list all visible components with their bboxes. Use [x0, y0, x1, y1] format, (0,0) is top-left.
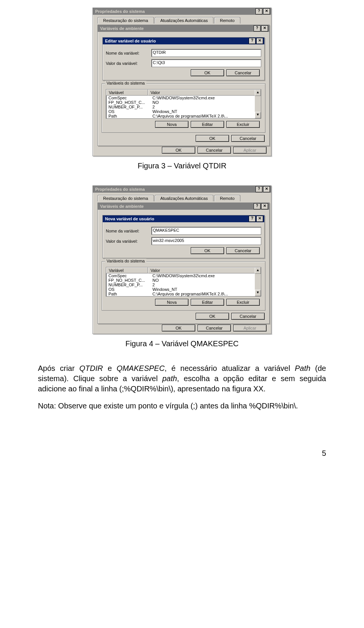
list-item: ComSpecC:\WINDOWS\system32\cmd.exe: [106, 273, 261, 278]
page-number: 5: [38, 449, 326, 458]
figure-3-caption: Figura 3 – Variável QTDIR: [38, 162, 326, 170]
list-item: PathC:\Arquivos de programas\MiKTeX 2.8\…: [106, 114, 261, 118]
cancel-button[interactable]: Cancelar: [198, 147, 231, 154]
env-variables-titlebar: Variáveis de ambiente ? ✕: [98, 203, 269, 210]
help-icon[interactable]: ?: [249, 38, 256, 44]
list-item: NUMBER_OF_P...2: [106, 283, 261, 287]
system-properties-titlebar: Propriedades do sistema ? ✕: [93, 186, 271, 193]
variable-name-label: Nome da variável:: [106, 51, 151, 55]
list-item: OSWindows_NT: [106, 109, 261, 114]
ok-button[interactable]: OK: [162, 325, 195, 331]
close-icon[interactable]: ✕: [256, 216, 263, 222]
ok-button[interactable]: OK: [196, 135, 229, 142]
cancel-button[interactable]: Cancelar: [231, 313, 265, 320]
vertical-scrollbar[interactable]: ▲ ▼: [255, 267, 261, 296]
list-item: FP_NO_HOST_C...NO: [106, 100, 261, 105]
column-header-value[interactable]: Valor: [148, 267, 261, 273]
tab-remote[interactable]: Remoto: [214, 195, 240, 201]
tab-system-restore[interactable]: Restauração do sistema: [97, 195, 154, 201]
variable-value-label: Valor da variável:: [106, 239, 151, 243]
system-variables-group: Variáveis do sistema Variável Valor ComS…: [102, 261, 265, 311]
variable-name-label: Nome da variável:: [106, 229, 151, 233]
ok-button[interactable]: OK: [162, 147, 195, 154]
env-variables-title: Variáveis de ambiente: [100, 203, 144, 210]
edit-user-variable-window: Editar variável de usuário ? ✕ Nome da v…: [102, 37, 265, 80]
env-variables-window: Variáveis de ambiente ? ✕ Editar variáve…: [97, 25, 270, 146]
cancel-button[interactable]: Cancelar: [226, 69, 260, 76]
help-icon[interactable]: ?: [249, 216, 256, 222]
system-properties-titlebar: Propriedades do sistema ? ✕: [93, 8, 271, 15]
column-header-variable[interactable]: Variável: [106, 267, 148, 273]
ok-button[interactable]: OK: [191, 247, 224, 254]
apply-button[interactable]: Aplicar: [233, 147, 267, 154]
tab-auto-updates[interactable]: Atualizações Automáticas: [155, 195, 213, 201]
body-paragraph-2: Nota: Observe que existe um ponto e vírg…: [38, 401, 326, 411]
new-user-variable-title: Nova variável de usuário: [105, 215, 154, 222]
scroll-down-icon[interactable]: ▼: [255, 112, 261, 118]
close-icon[interactable]: ✕: [261, 203, 268, 209]
system-properties-title: Propriedades do sistema: [95, 8, 145, 15]
figure-4-caption: Figura 4 – Variável QMAKESPEC: [38, 339, 326, 348]
list-item: FP_NO_HOST_C...NO: [106, 278, 261, 283]
figure-4-screenshot: Propriedades do sistema ? ✕ Restauração …: [93, 185, 271, 334]
variable-value-input[interactable]: C:\Qt3: [151, 59, 261, 67]
list-item: NUMBER_OF_P...2: [106, 105, 261, 109]
new-user-variable-titlebar: Nova variável de usuário ? ✕: [103, 215, 264, 222]
close-icon[interactable]: ✕: [263, 186, 270, 192]
tab-remote[interactable]: Remoto: [214, 17, 240, 24]
body-paragraph-1: Após criar QTDIR e QMAKESPEC, é necessár…: [38, 363, 326, 394]
scroll-up-icon[interactable]: ▲: [255, 267, 261, 274]
list-item: OSWindows_NT: [106, 287, 261, 292]
cancel-button[interactable]: Cancelar: [231, 135, 265, 142]
variable-value-input[interactable]: win32-msvc2005: [151, 237, 261, 245]
edit-button[interactable]: Editar: [191, 299, 224, 306]
scroll-down-icon[interactable]: ▼: [255, 290, 261, 296]
column-header-variable[interactable]: Variável: [106, 89, 148, 96]
system-variables-list[interactable]: Variável Valor ComSpecC:\WINDOWS\system3…: [106, 267, 261, 297]
cancel-button[interactable]: Cancelar: [198, 325, 231, 331]
new-user-variable-window: Nova variável de usuário ? ✕ Nome da var…: [102, 215, 265, 258]
env-variables-title: Variáveis de ambiente: [100, 25, 144, 32]
system-variables-group: Variáveis do sistema Variável Valor ComS…: [102, 83, 265, 133]
edit-user-variable-title: Editar variável de usuário: [105, 38, 156, 44]
ok-button[interactable]: OK: [191, 69, 224, 76]
env-variables-titlebar: Variáveis de ambiente ? ✕: [98, 25, 269, 32]
edit-button[interactable]: Editar: [191, 121, 224, 128]
variable-name-input[interactable]: QMAKESPEC: [151, 227, 261, 235]
help-icon[interactable]: ?: [256, 186, 262, 192]
close-icon[interactable]: ✕: [256, 38, 263, 44]
close-icon[interactable]: ✕: [261, 25, 268, 31]
list-item: ComSpecC:\WINDOWS\system32\cmd.exe: [106, 96, 261, 100]
new-button[interactable]: Nova: [155, 121, 188, 128]
variable-name-input[interactable]: QTDIR: [151, 49, 261, 57]
tab-auto-updates[interactable]: Atualizações Automáticas: [155, 17, 213, 24]
ok-button[interactable]: OK: [196, 313, 229, 320]
help-icon[interactable]: ?: [254, 25, 260, 31]
variable-value-label: Valor da variável:: [106, 61, 151, 66]
delete-button[interactable]: Excluir: [226, 121, 260, 128]
vertical-scrollbar[interactable]: ▲ ▼: [255, 89, 261, 118]
system-variables-group-label: Variáveis do sistema: [105, 259, 146, 263]
scroll-up-icon[interactable]: ▲: [255, 89, 261, 96]
new-button[interactable]: Nova: [155, 299, 188, 306]
env-variables-window: Variáveis de ambiente ? ✕ Nova variável …: [97, 203, 270, 324]
help-icon[interactable]: ?: [254, 203, 260, 209]
cancel-button[interactable]: Cancelar: [226, 247, 260, 254]
system-properties-window: Propriedades do sistema ? ✕ Restauração …: [93, 8, 271, 156]
help-icon[interactable]: ?: [256, 8, 262, 14]
apply-button[interactable]: Aplicar: [233, 325, 267, 331]
system-variables-list[interactable]: Variável Valor ComSpecC:\WINDOWS\system3…: [106, 89, 261, 119]
list-item: PathC:\Arquivos de programas\MiKTeX 2.8\…: [106, 292, 261, 296]
figure-3-screenshot: Propriedades do sistema ? ✕ Restauração …: [93, 8, 271, 156]
close-icon[interactable]: ✕: [263, 8, 270, 14]
delete-button[interactable]: Excluir: [226, 299, 260, 306]
system-properties-window: Propriedades do sistema ? ✕ Restauração …: [93, 185, 271, 334]
edit-user-variable-titlebar: Editar variável de usuário ? ✕: [103, 38, 264, 44]
tab-system-restore[interactable]: Restauração do sistema: [97, 17, 154, 24]
column-header-value[interactable]: Valor: [148, 89, 261, 96]
system-variables-group-label: Variáveis do sistema: [105, 81, 146, 85]
system-properties-title: Propriedades do sistema: [95, 186, 145, 193]
